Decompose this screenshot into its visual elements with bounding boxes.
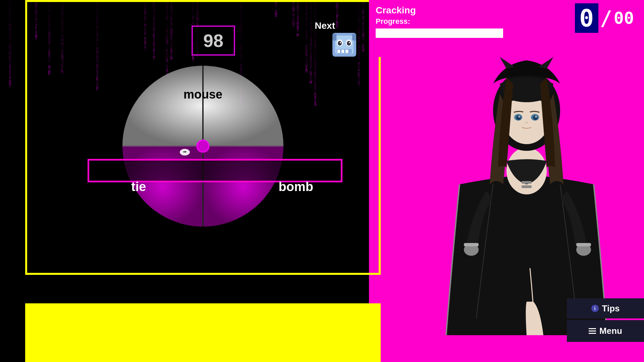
- next-label: Next: [315, 20, 335, 31]
- menu-label: Menu: [599, 326, 622, 336]
- number-display: 98: [203, 30, 223, 51]
- svg-rect-15: [576, 243, 591, 246]
- character-figure: [426, 17, 627, 335]
- svg-point-21: [347, 41, 351, 46]
- svg-point-22: [340, 42, 341, 43]
- svg-point-33: [197, 140, 209, 152]
- tie-label: tie: [131, 180, 146, 194]
- answer-input-bar[interactable]: [88, 159, 342, 182]
- cursor-icon: [180, 147, 190, 157]
- computing-power-display: Computing Power: 999 / 999: [67, 348, 183, 358]
- svg-rect-28: [332, 34, 336, 41]
- svg-point-10: [518, 116, 520, 118]
- svg-rect-26: [341, 50, 344, 53]
- score-slash: /: [600, 6, 612, 30]
- info-icon: i: [591, 305, 599, 312]
- svg-rect-2: [522, 181, 532, 184]
- score-display: 0 / 00: [575, 3, 634, 33]
- wheel-container: [119, 62, 287, 230]
- svg-rect-27: [345, 50, 348, 53]
- menu-button[interactable]: Menu: [567, 320, 644, 342]
- svg-point-23: [349, 42, 350, 43]
- svg-rect-29: [352, 34, 356, 41]
- score-total: 00: [614, 8, 634, 28]
- svg-point-20: [338, 41, 342, 46]
- svg-rect-35: [183, 151, 186, 153]
- progress-bar: [376, 28, 503, 38]
- tips-button[interactable]: i Tips: [567, 298, 644, 318]
- menu-icon: [589, 328, 596, 334]
- game-area: 98 Next: [25, 0, 381, 275]
- bomb-label: bomb: [279, 180, 313, 194]
- svg-point-11: [535, 116, 537, 118]
- svg-rect-14: [464, 243, 479, 246]
- tips-label: Tips: [602, 303, 620, 314]
- number-box: 98: [192, 25, 235, 56]
- score-current: 0: [575, 3, 598, 33]
- svg-rect-3: [522, 185, 532, 188]
- svg-rect-25: [337, 50, 340, 53]
- next-icon: [332, 32, 357, 57]
